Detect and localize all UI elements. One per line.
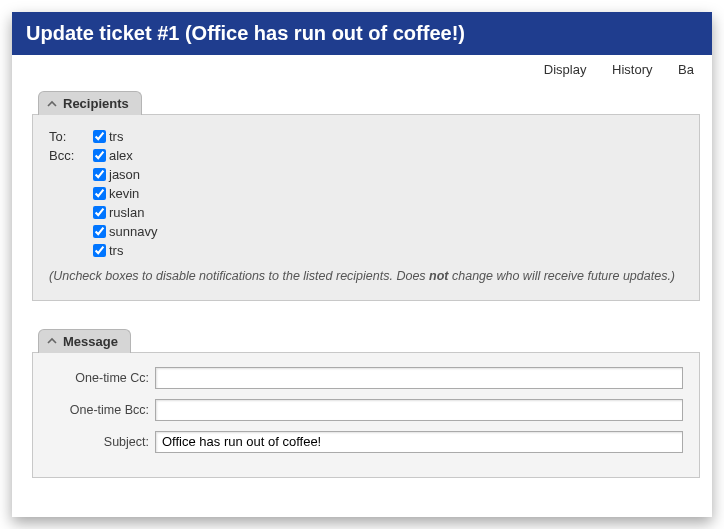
recipient-name: trs [109,129,683,144]
recipient-name: kevin [109,186,683,201]
top-menu: Display History Ba [32,54,700,91]
recipient-checkbox[interactable] [93,206,106,219]
recipients-note: (Uncheck boxes to disable notifications … [49,268,683,286]
message-body: One-time Cc: One-time Bcc: Subject: [32,352,700,478]
one-time-bcc-label: One-time Bcc: [49,403,149,417]
recipient-name: ruslan [109,205,683,220]
recipient-checkbox-cell [89,168,109,181]
message-panel: Message One-time Cc: One-time Bcc: Subje… [32,329,700,478]
note-text-b: not [429,269,448,283]
subject-label: Subject: [49,435,149,449]
note-text-c: change who will receive future updates.) [449,269,676,283]
recipient-name: jason [109,167,683,182]
message-tab-label: Message [63,334,118,349]
menu-display[interactable]: Display [544,62,587,77]
recipient-checkbox[interactable] [93,244,106,257]
menu-history[interactable]: History [612,62,652,77]
recipient-checkbox[interactable] [93,225,106,238]
one-time-cc-input[interactable] [155,367,683,389]
recipient-checkbox-cell [89,225,109,238]
one-time-bcc-input[interactable] [155,399,683,421]
recipient-name: sunnavy [109,224,683,239]
note-text-a: (Uncheck boxes to disable notifications … [49,269,429,283]
recipients-tab-label: Recipients [63,96,129,111]
bcc-label: Bcc: [49,148,89,163]
recipient-checkbox-cell [89,187,109,200]
window: Update ticket #1 (Office has run out of … [12,12,712,517]
recipient-checkbox-cell [89,244,109,257]
recipient-checkbox[interactable] [93,130,106,143]
recipient-checkbox-cell [89,149,109,162]
recipient-checkbox-cell [89,130,109,143]
message-tab[interactable]: Message [38,329,131,353]
chevron-up-icon [47,99,57,109]
to-label: To: [49,129,89,144]
recipient-name: trs [109,243,683,258]
menu-basics[interactable]: Ba [678,62,694,77]
chevron-up-icon [47,336,57,346]
recipients-body: To:trsBcc:alexjasonkevinruslansunnavytrs… [32,114,700,301]
one-time-cc-label: One-time Cc: [49,371,149,385]
recipients-panel: Recipients To:trsBcc:alexjasonkevinrusla… [32,91,700,301]
recipient-checkbox-cell [89,206,109,219]
recipients-tab[interactable]: Recipients [38,91,142,115]
recipient-checkbox[interactable] [93,168,106,181]
subject-input[interactable] [155,431,683,453]
content-area: Display History Ba Recipients To:trsBcc:… [12,54,712,517]
recipient-checkbox[interactable] [93,149,106,162]
recipient-checkbox[interactable] [93,187,106,200]
recipient-name: alex [109,148,683,163]
page-title: Update ticket #1 (Office has run out of … [12,12,712,55]
app-frame: Update ticket #1 (Office has run out of … [0,0,724,529]
recipients-list: To:trsBcc:alexjasonkevinruslansunnavytrs [49,129,683,258]
